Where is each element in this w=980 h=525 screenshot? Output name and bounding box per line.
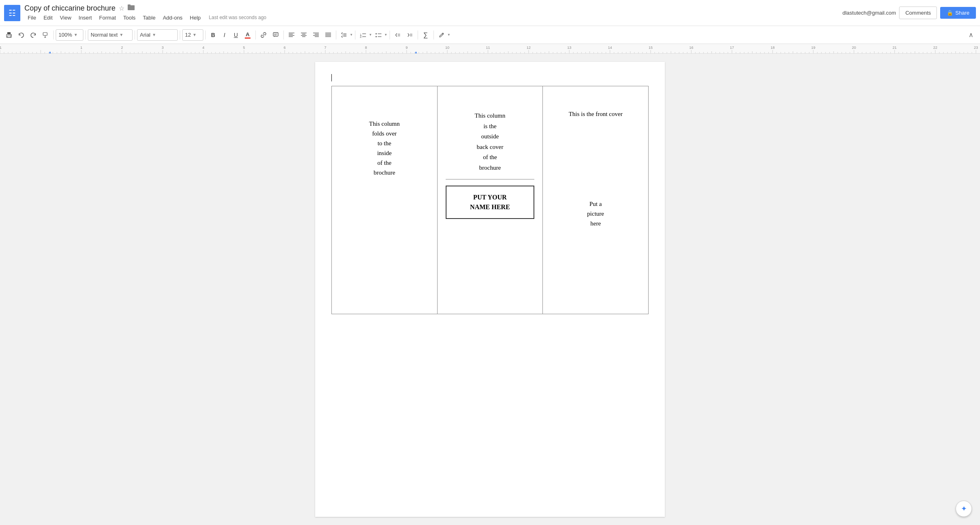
svg-rect-7: [273, 33, 278, 36]
document-area[interactable]: This column folds over to the inside of …: [0, 54, 980, 525]
menu-format[interactable]: Format: [96, 13, 119, 22]
brochure-table: This column folds over to the inside of …: [331, 86, 649, 314]
toolbar: 100% ▼ Normal text ▼ Arial ▼ 12 ▼ B I U …: [0, 26, 980, 44]
folder-icon[interactable]: [128, 4, 135, 12]
align-right-button[interactable]: [310, 29, 322, 41]
ruler: [0, 44, 980, 54]
sep8: [336, 31, 336, 39]
smart-compose-button[interactable]: ✦: [956, 501, 972, 517]
pen-chevron: ▼: [447, 33, 451, 37]
sep1: [53, 31, 54, 39]
align-center-button[interactable]: [298, 29, 309, 41]
svg-point-34: [375, 36, 377, 37]
paint-format-button[interactable]: [40, 29, 51, 41]
menu-edit[interactable]: Edit: [40, 13, 56, 22]
user-email[interactable]: dlastutech@gmail.com: [843, 10, 896, 16]
col2-top-text: This column is the outside back cover of…: [475, 112, 505, 171]
line-spacing-button[interactable]: [338, 29, 350, 41]
menu-help[interactable]: Help: [187, 13, 204, 22]
google-apps-button[interactable]: ☷: [4, 5, 20, 21]
sep10: [390, 31, 390, 39]
italic-button[interactable]: I: [219, 30, 230, 40]
sep4: [180, 31, 180, 39]
col2-divider: [446, 179, 535, 179]
brochure-col3[interactable]: This is the front cover Put a picture he…: [543, 86, 649, 314]
sep3: [135, 31, 135, 39]
star-icon[interactable]: ☆: [119, 4, 124, 12]
doc-title-section: Copy of chiccarine brochure ☆ File Edit …: [24, 4, 843, 22]
comments-button[interactable]: Comments: [899, 7, 937, 19]
undo-button[interactable]: [15, 29, 27, 41]
col3-top-text: This is the front cover: [568, 111, 622, 117]
document: This column folds over to the inside of …: [315, 62, 665, 517]
menu-tools[interactable]: Tools: [120, 13, 139, 22]
print-button[interactable]: [3, 29, 15, 41]
lock-icon: 🔒: [947, 10, 953, 16]
name-box[interactable]: PUT YOUR NAME HERE: [446, 186, 535, 219]
link-button[interactable]: [258, 29, 269, 41]
svg-rect-3: [7, 32, 11, 35]
line-spacing-chevron: ▼: [350, 33, 353, 37]
sep7: [283, 31, 284, 39]
zoom-dropdown[interactable]: 100% ▼: [56, 29, 83, 41]
numbered-list-chevron: ▼: [369, 33, 372, 37]
last-edit-status: Last edit was seconds ago: [209, 15, 266, 20]
menu-table[interactable]: Table: [139, 13, 159, 22]
menu-insert[interactable]: Insert: [75, 13, 95, 22]
grid-icon: ☷: [9, 9, 16, 17]
name-line1: PUT YOUR: [473, 194, 507, 201]
svg-point-33: [375, 33, 377, 34]
sep9: [355, 31, 355, 39]
redo-button[interactable]: [28, 29, 39, 41]
bullet-list-chevron: ▼: [384, 33, 388, 37]
align-justify-button[interactable]: [322, 29, 334, 41]
style-dropdown[interactable]: Normal text ▼: [88, 29, 133, 41]
sep2: [85, 31, 86, 39]
numbered-list-button[interactable]: 1.2.: [357, 29, 369, 41]
svg-rect-1: [128, 4, 131, 6]
smart-compose-icon: ✦: [961, 504, 967, 513]
font-size-dropdown[interactable]: 12 ▼: [182, 29, 203, 41]
expand-collapse-button[interactable]: ∧: [965, 29, 977, 41]
doc-title: Copy of chiccarine brochure: [24, 4, 115, 13]
align-left-button[interactable]: [286, 29, 297, 41]
sep6: [255, 31, 256, 39]
font-dropdown[interactable]: Arial ▼: [137, 29, 178, 41]
col1-text: This column folds over to the inside of …: [369, 120, 400, 176]
sep5: [205, 31, 206, 39]
menu-view[interactable]: View: [57, 13, 74, 22]
svg-point-5: [11, 35, 11, 35]
pen-button[interactable]: [436, 29, 447, 41]
sep11: [418, 31, 418, 39]
bold-button[interactable]: B: [208, 30, 218, 40]
bullet-list-button[interactable]: [373, 29, 384, 41]
col3-bottom-text: Put a picture here: [587, 201, 604, 227]
text-cursor: [331, 74, 332, 81]
text-color-button[interactable]: A: [242, 29, 253, 41]
top-actions: dlastutech@gmail.com Comments 🔒 Share: [843, 7, 976, 19]
share-button[interactable]: 🔒 Share: [940, 7, 976, 19]
brochure-col1[interactable]: This column folds over to the inside of …: [332, 86, 438, 314]
menu-bar: File Edit View Insert Format Tools Table…: [24, 13, 843, 22]
svg-rect-6: [43, 33, 47, 35]
comment-button[interactable]: [270, 29, 281, 41]
sep12: [433, 31, 434, 39]
menu-addons[interactable]: Add-ons: [159, 13, 185, 22]
svg-text:2.: 2.: [360, 35, 362, 38]
brochure-col2[interactable]: This column is the outside back cover of…: [437, 86, 543, 314]
indent-less-button[interactable]: [392, 29, 403, 41]
formula-button[interactable]: ∑: [420, 29, 431, 41]
underline-button[interactable]: U: [231, 30, 241, 40]
name-line2: NAME HERE: [470, 203, 510, 210]
indent-more-button[interactable]: [404, 29, 416, 41]
menu-file[interactable]: File: [24, 13, 39, 22]
svg-line-41: [442, 33, 443, 34]
